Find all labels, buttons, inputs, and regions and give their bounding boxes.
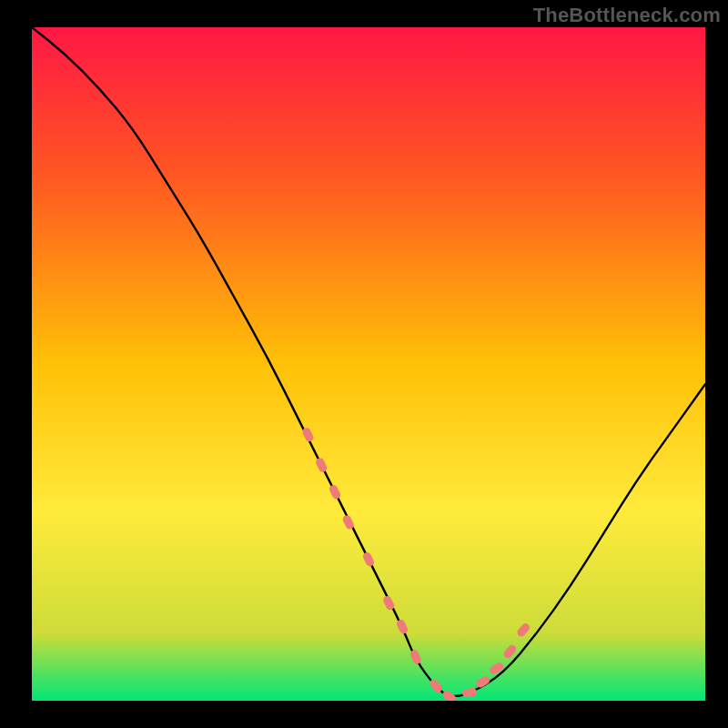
bottleneck-chart xyxy=(32,27,705,701)
chart-svg xyxy=(32,27,705,701)
watermark-label: TheBottleneck.com xyxy=(533,4,721,27)
